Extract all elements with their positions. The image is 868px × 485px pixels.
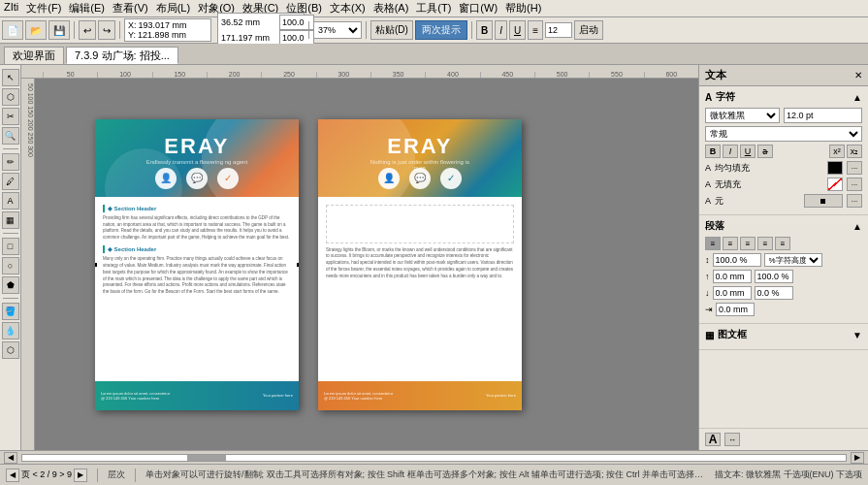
image-frame-section: ▦ 图文框 ▼ (699, 324, 868, 350)
italic-fmt-btn[interactable]: I (723, 145, 738, 158)
pen-tool[interactable]: 🖊 (2, 173, 19, 190)
indent-icon: ⇥ (705, 305, 713, 314)
eyedrop-tool[interactable]: 💧 (2, 322, 19, 340)
fill-tool[interactable]: 🪣 (2, 303, 19, 320)
line-spacing-type[interactable]: %字符高度 (764, 253, 822, 267)
line-spacing-input[interactable] (713, 253, 761, 267)
menu-item-layout[interactable]: 布局(L) (156, 1, 190, 16)
fill-color-swatch[interactable] (827, 161, 843, 175)
paste-btn[interactable]: 粘贴(D) (370, 20, 413, 40)
after-pct-input[interactable] (755, 286, 793, 300)
menu-item-file[interactable]: 文件(F) (26, 1, 61, 16)
indent-input[interactable] (716, 303, 755, 316)
card1-footer-text: Lorem ipsum dolor sit amet, consectetur … (101, 391, 257, 401)
tab-welcome[interactable]: 欢迎界面 (4, 47, 64, 64)
text-char-label: 元 (715, 195, 800, 208)
text-icon-btn[interactable]: ⏹ (804, 194, 843, 208)
zoom-select[interactable]: 37% (313, 21, 362, 39)
image-frame-icon: ▦ (705, 330, 714, 340)
no-fill-label: 无填充 (715, 178, 823, 191)
underline-fmt-btn[interactable]: U (740, 145, 755, 158)
font-expand-icon[interactable]: ▲ (852, 92, 862, 103)
font-style-select[interactable]: 常规 (705, 126, 862, 142)
blend-tool[interactable]: ⬡ (2, 341, 19, 359)
x-input[interactable] (139, 20, 195, 30)
menu-item-help[interactable]: 帮助(H) (505, 1, 541, 16)
strikethrough-fmt-btn[interactable]: a̶ (757, 145, 773, 158)
para-expand-icon[interactable]: ▲ (852, 221, 862, 232)
freehand-tool[interactable]: ✏ (2, 153, 19, 171)
start-btn[interactable]: 启动 (574, 20, 603, 40)
before-spacing-input[interactable] (713, 270, 752, 283)
fill-label: 均匀填充 (715, 162, 823, 175)
bold-btn[interactable]: B (476, 20, 493, 40)
text-tool[interactable]: A (2, 192, 19, 210)
menu-item-view[interactable]: 查看(V) (113, 1, 148, 16)
y-input[interactable] (138, 30, 194, 40)
panel-bottom-icon1[interactable]: A (705, 433, 721, 446)
superscript-btn[interactable]: x² (829, 145, 845, 158)
font-size-field[interactable] (784, 108, 862, 123)
menu-item-tools[interactable]: 工具(T) (416, 1, 451, 16)
w-input[interactable] (221, 17, 277, 27)
underline-btn[interactable]: U (509, 20, 526, 40)
align-left-btn[interactable]: ≡ (705, 237, 721, 250)
tab-main[interactable]: 7.3.9 动广场: 招投... (66, 47, 178, 64)
menu-item-edit[interactable]: 编辑(E) (69, 1, 105, 16)
h-input[interactable] (221, 33, 277, 43)
card1-header: ERAY Endlessly transmit a flowering ng a… (95, 119, 299, 197)
table-tool[interactable]: ▦ (2, 211, 19, 229)
font-size-input[interactable] (545, 22, 572, 38)
align-left-btn[interactable]: ≡ (528, 20, 543, 40)
canvas-scroll[interactable]: ERAY Endlessly transmit a flowering ng a… (35, 79, 698, 450)
menu-item-text[interactable]: 文本(X) (330, 1, 366, 16)
card1-icon1: 👤 (155, 168, 177, 189)
select-tool[interactable]: ↖ (2, 69, 19, 86)
align-right-btn[interactable]: ≡ (740, 237, 755, 250)
save-button[interactable]: 💾 (48, 20, 70, 40)
ellipse-tool[interactable]: ○ (2, 257, 19, 275)
poly-tool[interactable]: ⬟ (2, 276, 19, 294)
menu-item-table[interactable]: 表格(A) (373, 1, 409, 16)
open-button[interactable]: 📂 (25, 20, 47, 40)
scroll-right-btn[interactable]: ▶ (851, 452, 864, 464)
after-spacing-input[interactable] (713, 286, 752, 300)
no-fill-more-btn[interactable]: ··· (847, 178, 862, 191)
card2-icon1: 👤 (378, 168, 400, 189)
undo-button[interactable]: ↩ (79, 20, 96, 40)
rect-tool[interactable]: □ (2, 238, 19, 255)
page-next-btn[interactable]: ▶ (74, 469, 87, 482)
page-prev-btn[interactable]: ◀ (6, 469, 19, 482)
page-info: 页 < 2 / 9 > 9 (21, 469, 72, 481)
new-button[interactable]: 📄 (2, 20, 23, 40)
image-frame-expand-icon[interactable]: ▼ (852, 330, 862, 340)
panel-bottom-icon2[interactable]: ↔ (724, 433, 740, 446)
scroll-thumb-h[interactable] (187, 455, 226, 461)
menu-item-window[interactable]: 窗口(W) (459, 1, 498, 16)
align-justify-btn[interactable]: ≡ (757, 237, 773, 250)
no-fill-swatch[interactable] (827, 178, 843, 191)
fill-row: A 均匀填充 ··· (705, 161, 862, 175)
highlight-btn[interactable]: 两次提示 (415, 20, 467, 40)
fill-more-btn[interactable]: ··· (847, 161, 862, 175)
subscript-btn[interactable]: x₂ (847, 145, 862, 158)
bottom-scrollbar[interactable]: ◀ ▶ (0, 450, 868, 464)
zoom-tool[interactable]: 🔍 (2, 127, 19, 145)
redo-button[interactable]: ↪ (98, 20, 115, 40)
align-center-btn[interactable]: ≡ (723, 237, 738, 250)
scroll-track-h[interactable] (21, 454, 847, 462)
canvas-area[interactable]: 50 100 150 200 250 300 350 400 450 500 5… (21, 65, 698, 450)
italic-btn[interactable]: I (495, 20, 507, 40)
bold-fmt-btn[interactable]: B (705, 145, 721, 158)
image-frame-title: ▦ 图文框 ▼ (705, 328, 862, 341)
text-icon-more[interactable]: ··· (847, 194, 862, 208)
font-name-select[interactable]: 微软雅黑 (705, 108, 780, 123)
crop-tool[interactable]: ✂ (2, 108, 19, 125)
node-tool[interactable]: ⬡ (2, 88, 19, 106)
before-pct-input[interactable] (755, 270, 793, 283)
design-card-1[interactable]: ERAY Endlessly transmit a flowering ng a… (95, 119, 299, 410)
align-force-btn[interactable]: ≡ (775, 237, 790, 250)
scroll-left-btn[interactable]: ◀ (4, 452, 17, 464)
right-panel-close-icon[interactable]: ✕ (854, 70, 862, 81)
design-card-2[interactable]: ERAY Nothing is just order within flower… (318, 119, 522, 410)
